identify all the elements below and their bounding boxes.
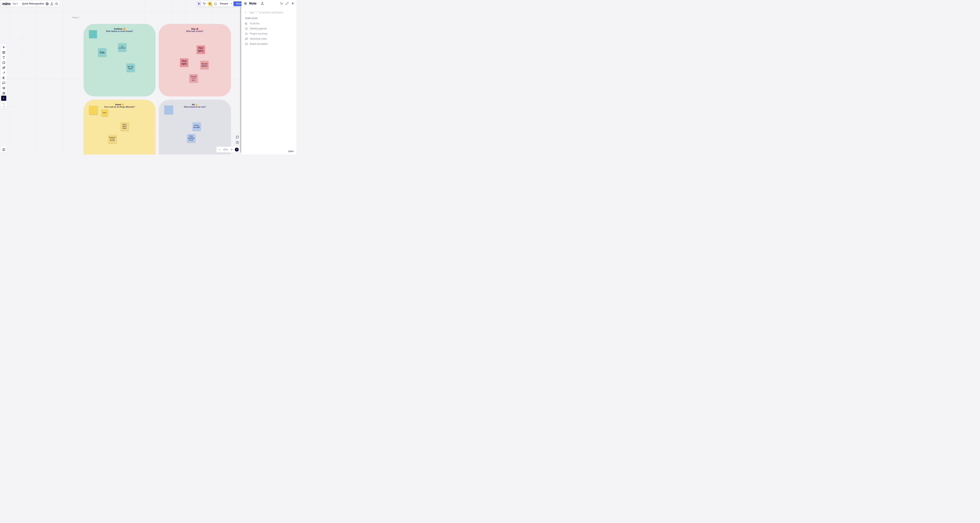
clock-icon bbox=[245, 27, 248, 30]
help-button[interactable]: ? bbox=[235, 148, 239, 151]
svg-line-34 bbox=[287, 2, 288, 3]
templates-heading: TEMPLATES bbox=[245, 17, 293, 19]
feedback-icon[interactable] bbox=[235, 135, 240, 139]
svg-rect-53 bbox=[245, 43, 247, 45]
magic-icon[interactable] bbox=[280, 2, 283, 5]
zoom-level[interactable]: 67% bbox=[223, 148, 229, 151]
board-title[interactable]: Quick Retrospective bbox=[22, 2, 44, 5]
sticky-running-out[interactable]: Running out of gas bbox=[189, 74, 197, 82]
sticky-invent-small[interactable]: Invent bbox=[101, 110, 108, 116]
collapse-toolbar-button[interactable] bbox=[1, 146, 7, 153]
canvas-scrollbar[interactable] bbox=[240, 6, 241, 153]
sticky-stop-shouting[interactable]: Stop shouting at me bbox=[187, 134, 195, 142]
sticky-accelerator[interactable]: The accelerator bbox=[118, 43, 126, 51]
export-note-icon[interactable] bbox=[261, 2, 264, 5]
sticky-invent-blank[interactable] bbox=[89, 106, 98, 114]
cursor-share-icon[interactable] bbox=[196, 1, 202, 6]
templates-tool[interactable] bbox=[1, 50, 6, 55]
template-label: To do list bbox=[250, 22, 259, 25]
sticky-continue-blank[interactable] bbox=[89, 30, 97, 38]
sticky-better-driver[interactable]: Get a better driver bbox=[120, 122, 129, 130]
template-board-annotation[interactable]: Board annotation bbox=[245, 41, 293, 46]
sticky-tool[interactable] bbox=[1, 60, 6, 65]
sticky-round-abouts[interactable]: Round abouts bbox=[200, 61, 208, 69]
notes-header: Note bbox=[242, 0, 296, 7]
quadrant-stop[interactable]: Stop ⛔ What held us back? bbox=[159, 24, 231, 97]
zoom-controls: − 67% + ? bbox=[216, 146, 240, 153]
notes-body: Type " / " to format or add blocks TEMPL… bbox=[242, 7, 296, 46]
template-label: Project summary bbox=[250, 32, 267, 35]
reactions-icon[interactable] bbox=[202, 1, 207, 6]
help-center-icon[interactable] bbox=[235, 140, 240, 145]
quadrant-stop-header: Stop ⛔ What held us back? bbox=[159, 28, 231, 32]
list-icon bbox=[245, 32, 248, 35]
sticky-red-lights[interactable]: Red lights bbox=[197, 46, 205, 54]
svg-rect-15 bbox=[3, 67, 4, 69]
svg-point-2 bbox=[56, 3, 57, 5]
settings-icon[interactable] bbox=[46, 2, 49, 5]
upload-tool[interactable] bbox=[1, 91, 6, 95]
sticky-act-blank[interactable] bbox=[164, 105, 173, 114]
template-workshop[interactable]: Workshop notes bbox=[245, 36, 293, 41]
svg-rect-26 bbox=[3, 149, 5, 151]
select-tool[interactable] bbox=[1, 45, 6, 50]
comment-tool[interactable] bbox=[1, 80, 6, 86]
sticky-fill-tank[interactable]: Fill up the tank bbox=[192, 122, 201, 130]
frame-tool[interactable] bbox=[1, 86, 6, 91]
svg-line-3 bbox=[57, 4, 57, 5]
presentation-icon bbox=[245, 42, 248, 46]
frame-label: Frame 1 bbox=[72, 16, 80, 19]
template-label: Meeting agenda bbox=[250, 27, 267, 30]
close-icon[interactable] bbox=[291, 2, 294, 5]
expand-icon[interactable] bbox=[285, 2, 289, 5]
template-summary[interactable]: Project summary bbox=[245, 31, 293, 36]
topbar-collab: G Present Share bbox=[196, 1, 245, 7]
line-tool[interactable] bbox=[1, 70, 6, 75]
template-agenda[interactable]: Meeting agenda bbox=[245, 26, 293, 31]
svg-rect-42 bbox=[245, 24, 246, 24]
sticky-gas[interactable]: Gas bbox=[98, 48, 106, 56]
user-avatar[interactable]: G bbox=[207, 1, 212, 6]
notes-panel: Note Type " / " to format or add blocks … bbox=[242, 0, 296, 154]
svg-line-17 bbox=[3, 72, 5, 74]
svg-point-0 bbox=[47, 3, 48, 4]
svg-line-35 bbox=[286, 4, 287, 5]
export-icon[interactable] bbox=[50, 2, 53, 5]
present-button[interactable]: Present bbox=[218, 1, 229, 6]
plan-badge[interactable]: free * bbox=[12, 2, 19, 5]
more-tools[interactable] bbox=[1, 95, 6, 101]
zoom-out-button[interactable]: − bbox=[217, 147, 222, 152]
note-placeholder[interactable]: Type " / " to format or add blocks bbox=[249, 11, 283, 14]
notes-zoom-footer[interactable]: 100% bbox=[288, 150, 294, 153]
board-canvas[interactable]: Frame 1 Continue ⏩ What helped us move f… bbox=[0, 0, 242, 154]
redo-button[interactable] bbox=[2, 105, 5, 108]
chat-icon bbox=[245, 37, 248, 40]
undo-button[interactable] bbox=[2, 102, 5, 105]
sticky-remember-fill[interactable]: Remember to fill up the tank bbox=[108, 135, 116, 143]
present-dropdown-icon[interactable] bbox=[230, 1, 233, 6]
pen-tool[interactable] bbox=[1, 75, 6, 80]
history-toolbar bbox=[1, 102, 7, 109]
shape-tool[interactable] bbox=[1, 65, 6, 70]
pin-icon[interactable] bbox=[243, 2, 247, 5]
template-label: Board annotation bbox=[250, 43, 268, 45]
template-todo[interactable]: To do list bbox=[245, 21, 293, 26]
search-icon[interactable] bbox=[55, 2, 58, 5]
svg-rect-10 bbox=[3, 51, 5, 53]
text-tool[interactable] bbox=[1, 55, 6, 60]
separator bbox=[20, 2, 21, 5]
sticky-stop-signs[interactable]: Stop signs bbox=[180, 59, 188, 67]
template-label: Workshop notes bbox=[250, 37, 267, 40]
topbar-left: miro free * Quick Retrospective bbox=[1, 1, 60, 7]
sticky-me-driver[interactable]: Me, the driver bbox=[126, 64, 135, 72]
add-block-icon[interactable] bbox=[244, 11, 247, 14]
left-toolbar bbox=[1, 44, 7, 101]
zoom-in-button[interactable]: + bbox=[229, 147, 234, 152]
notifications-icon[interactable] bbox=[213, 1, 218, 6]
note-compose-row[interactable]: Type " / " to format or add blocks bbox=[244, 11, 293, 14]
checklist-icon bbox=[245, 22, 248, 25]
logo[interactable]: miro bbox=[2, 2, 10, 6]
notes-title: Note bbox=[249, 2, 256, 5]
